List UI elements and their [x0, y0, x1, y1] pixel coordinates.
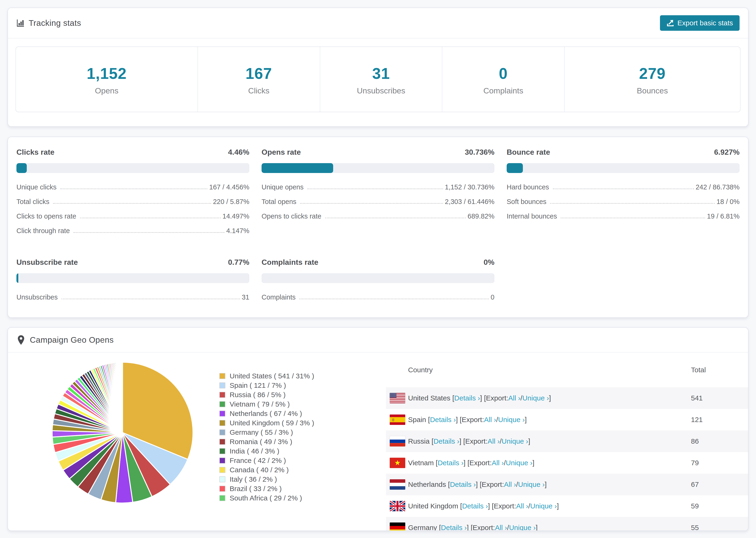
export-label: ] [Export:: [467, 524, 495, 531]
total-value: 55: [691, 524, 748, 531]
details-link[interactable]: Details ›: [430, 416, 456, 424]
detail-value: 19 / 6.81%: [707, 212, 739, 220]
export-all-link[interactable]: All ›: [516, 502, 528, 510]
country-name: Vietnam [: [408, 459, 438, 467]
export-unique-link[interactable]: Unique ›: [518, 480, 545, 488]
detail-value: 242 / 86.738%: [696, 183, 739, 191]
bracket-close: ]: [528, 437, 530, 445]
geo-table-rows: United States [Details ›] [Export: All ›…: [386, 387, 748, 531]
stat-label: Bounces: [637, 86, 668, 95]
export-label: ] [Export:: [480, 394, 508, 402]
bracket-close: ]: [549, 394, 551, 402]
link-separator: /: [528, 502, 530, 510]
total-value: 121: [691, 416, 748, 424]
link-separator: /: [507, 524, 509, 531]
rate-detail-row: Unique opens1,152 / 30.736%: [261, 183, 495, 191]
dotted-leader: [74, 232, 224, 233]
tracking-stats-header: Tracking stats Export basic stats: [8, 8, 748, 38]
rate-block-clicks-rate: Clicks rate4.46%Unique clicks167 / 4.456…: [17, 148, 249, 241]
detail-value: 31: [242, 293, 249, 301]
rate-title: Complaints rate: [261, 258, 318, 267]
vn-flag-icon: [390, 458, 405, 468]
total-column-header: Total: [691, 366, 748, 374]
export-all-link[interactable]: All ›: [492, 459, 504, 467]
export-label: ] [Export:: [476, 480, 504, 488]
dotted-leader: [553, 188, 694, 189]
legend-item-gb: United Kingdom ( 59 / 3% ): [219, 418, 386, 428]
legend-item-es: Spain ( 121 / 7% ): [219, 381, 386, 390]
rate-block-opens-rate: Opens rate30.736%Unique opens1,152 / 30.…: [261, 148, 495, 241]
details-link[interactable]: Details ›: [433, 437, 459, 445]
details-link[interactable]: Details ›: [441, 524, 467, 531]
details-link[interactable]: Details ›: [438, 459, 463, 467]
details-link[interactable]: Details ›: [450, 480, 476, 488]
tracking-stats-page: Tracking stats Export basic stats 1,152O…: [0, 0, 756, 538]
country-name: Russia [: [408, 437, 433, 445]
export-unique-link[interactable]: Unique ›: [506, 459, 532, 467]
dotted-leader: [299, 298, 489, 299]
detail-label: Hard bounces: [507, 183, 549, 191]
export-basic-stats-button[interactable]: Export basic stats: [660, 15, 739, 31]
legend-swatch: [219, 373, 225, 379]
ru-flag-icon: [390, 436, 405, 447]
page-title: Tracking stats: [28, 18, 81, 28]
bracket-close: ]: [532, 459, 534, 467]
table-row-nl: Netherlands [Details ›] [Export: All › /…: [386, 474, 748, 495]
export-unique-link[interactable]: Unique ›: [530, 502, 557, 510]
export-all-link[interactable]: All ›: [484, 416, 496, 424]
legend-item-us: United States ( 541 / 31% ): [219, 371, 386, 381]
rate-detail-row: Soft bounces18 / 0%: [507, 197, 739, 206]
country-cell: Netherlands [Details ›] [Export: All › /…: [390, 479, 691, 490]
rate-title: Clicks rate: [17, 148, 54, 157]
legend-label: Russia ( 86 / 5% ): [230, 391, 286, 399]
detail-value: 0: [491, 293, 495, 301]
export-all-link[interactable]: All ›: [487, 437, 500, 445]
detail-label: Total clicks: [17, 197, 49, 206]
legend-item-nl: Netherlands ( 67 / 4% ): [219, 409, 386, 418]
stat-value: 279: [639, 65, 666, 82]
legend-swatch: [219, 392, 225, 398]
export-all-link[interactable]: All ›: [508, 394, 520, 402]
bracket-close: ]: [545, 480, 547, 488]
stat-cell-complaints: 0Complaints: [442, 47, 564, 112]
details-link[interactable]: Details ›: [462, 502, 488, 510]
stat-cell-bounces: 279Bounces: [564, 47, 740, 112]
country-cell: Russia [Details ›] [Export: All › / Uniq…: [390, 436, 691, 447]
details-link[interactable]: Details ›: [454, 394, 480, 402]
rates-card: Clicks rate4.46%Unique clicks167 / 4.456…: [8, 136, 748, 318]
detail-label: Unique clicks: [17, 183, 57, 191]
export-all-link[interactable]: All ›: [504, 480, 516, 488]
legend-swatch: [219, 420, 225, 426]
export-unique-link[interactable]: Unique ›: [522, 394, 549, 402]
export-unique-link[interactable]: Unique ›: [498, 416, 525, 424]
link-separator: /: [516, 480, 518, 488]
country-cell: United States [Details ›] [Export: All ›…: [390, 393, 691, 403]
stat-value: 167: [245, 65, 272, 82]
stat-value: 0: [499, 65, 508, 82]
legend-label: Brazil ( 33 / 2% ): [230, 485, 282, 493]
table-row-gb: United Kingdom [Details ›] [Export: All …: [386, 495, 748, 517]
detail-label: Opens to clicks rate: [261, 212, 321, 220]
export-unique-link[interactable]: Unique ›: [502, 437, 528, 445]
rate-detail-row: Opens to clicks rate689.82%: [261, 212, 495, 220]
legend-item-de: Germany ( 55 / 3% ): [219, 428, 386, 437]
gb-flag-icon: [390, 501, 405, 511]
export-unique-link[interactable]: Unique ›: [509, 524, 536, 531]
export-all-link[interactable]: All ›: [495, 524, 507, 531]
legend-item-ru: Russia ( 86 / 5% ): [219, 390, 386, 400]
geo-opens-pie-chart: [8, 352, 219, 505]
bracket-close: ]: [536, 524, 538, 531]
legend-label: Vietnam ( 79 / 5% ): [230, 400, 290, 408]
geo-opens-legend: United States ( 541 / 31% )Spain ( 121 /…: [219, 352, 386, 503]
rate-detail-row: Total clicks220 / 5.87%: [17, 197, 249, 206]
us-flag-icon: [390, 393, 405, 403]
rate-value: 6.927%: [714, 148, 739, 157]
dotted-leader: [62, 298, 240, 299]
campaign-geo-opens-title: Campaign Geo Opens: [30, 335, 114, 345]
legend-swatch: [219, 439, 225, 445]
bracket-close: ]: [525, 416, 527, 424]
stat-cell-unsubscribes: 31Unsubscribes: [320, 47, 442, 112]
rate-block-bounce-rate: Bounce rate6.927%Hard bounces242 / 86.73…: [507, 148, 739, 241]
detail-value: 1,152 / 30.736%: [445, 183, 495, 191]
detail-value: 2,303 / 61.446%: [445, 197, 495, 206]
